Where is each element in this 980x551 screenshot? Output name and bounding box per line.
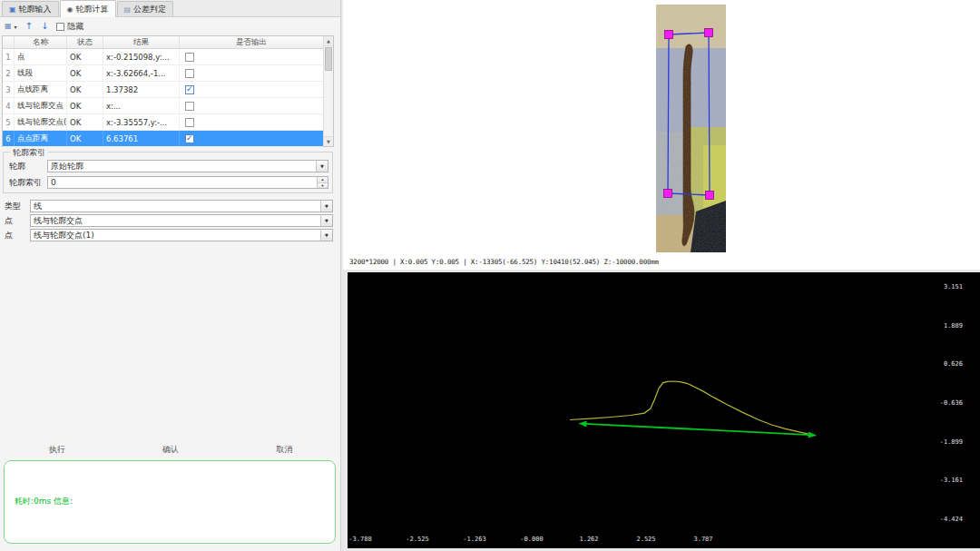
row-number: 2	[3, 65, 15, 81]
row-status: OK	[67, 82, 103, 97]
point1-select-value: 线与轮廓交点	[34, 215, 83, 227]
tab-contour-input[interactable]: ▣ 轮廓输入	[2, 1, 59, 16]
row-name: 线段	[15, 65, 67, 81]
row-result: x:...	[103, 98, 180, 113]
header-index	[3, 36, 15, 48]
contour-select[interactable]: 原始轮廓 ▼	[47, 160, 328, 172]
row-status: OK	[67, 131, 103, 146]
tab-bar: ▣ 轮廓输入 ◉ 轮廓计算 ▤ 公差判定	[0, 0, 340, 17]
contour-index-label: 轮廓索引	[9, 177, 47, 189]
tab-label: 轮廓计算	[76, 4, 109, 15]
row-number: 5	[3, 114, 15, 130]
point1-select[interactable]: 线与轮廓交点 ▼	[30, 214, 333, 227]
row-status: OK	[67, 98, 103, 113]
point2-select[interactable]: 线与轮廓交点(1) ▼	[30, 229, 333, 241]
hide-checkbox[interactable]	[56, 23, 64, 31]
spinner-buttons: ▴ ▾	[317, 177, 328, 188]
scroll-up-icon[interactable]: ▲	[324, 36, 333, 46]
tab-label: 轮廓输入	[19, 4, 52, 15]
contour-select-value: 原始轮廓	[51, 161, 83, 172]
row-result: x:-0.215098,y:...	[103, 49, 180, 64]
tab-tolerance[interactable]: ▤ 公差判定	[117, 1, 174, 16]
menu-caret-icon[interactable]: ▾	[15, 24, 17, 30]
row-name: 点线距离	[15, 82, 67, 97]
confirm-button[interactable]: 确认	[113, 444, 227, 456]
y-tick-label: -4.424	[940, 516, 963, 523]
table-row[interactable]: 5 线与轮廓交点(1) OK x:-3.35557,y:-...	[3, 114, 323, 131]
chevron-down-icon[interactable]: ▼	[316, 161, 328, 172]
contour-index-row: 轮廓索引 0 ▴ ▾	[9, 176, 328, 189]
table-scrollbar[interactable]: ▲ ▼	[323, 36, 333, 146]
tab-contour-calc[interactable]: ◉ 轮廓计算	[60, 0, 116, 17]
chevron-down-icon[interactable]: ▼	[320, 230, 332, 241]
row-output-cell	[180, 98, 323, 113]
row-result: x:-3.62664,-1...	[103, 65, 180, 81]
table-row[interactable]: 2 线段 OK x:-3.62664,-1...	[3, 65, 323, 82]
x-tick-label: 1.262	[579, 536, 598, 543]
output-checkbox[interactable]	[185, 134, 194, 143]
table-row[interactable]: 3 点线距离 OK 1.37382	[3, 82, 323, 98]
output-checkbox[interactable]	[185, 118, 194, 127]
tolerance-tab-icon: ▤	[124, 5, 132, 14]
scroll-thumb[interactable]	[325, 47, 332, 71]
row-name: 线与轮廓交点	[15, 98, 67, 113]
point2-select-value: 线与轮廓交点(1)	[34, 230, 94, 241]
contour-index-value: 0	[51, 178, 56, 187]
contour-input-tab-icon: ▣	[9, 5, 16, 14]
row-status: OK	[67, 49, 103, 64]
selection-handle[interactable]	[664, 190, 672, 198]
row-status: OK	[67, 114, 103, 130]
scroll-down-icon[interactable]: ▼	[324, 136, 333, 146]
output-checkbox[interactable]	[185, 102, 194, 111]
header-result[interactable]: 结果	[103, 36, 180, 48]
row-output-cell	[180, 82, 323, 97]
chart-background	[348, 272, 980, 548]
table-header-row: 名称 状态 结果 是否输出	[3, 36, 323, 49]
row-result: 6.63761	[103, 131, 180, 146]
profile-chart[interactable]: -3.788-2.525-1.263-0.0001.2622.5253.7873…	[348, 272, 980, 548]
list-menu-icon[interactable]: ▦	[5, 22, 12, 31]
scan-image-viewport[interactable]	[656, 5, 726, 252]
output-checkbox[interactable]	[185, 53, 194, 62]
type-select[interactable]: 线 ▼	[30, 200, 333, 212]
table-row[interactable]: 1 点 OK x:-0.215098,y:...	[3, 49, 323, 65]
output-checkbox[interactable]	[185, 69, 194, 78]
chevron-down-icon[interactable]: ▼	[320, 215, 332, 226]
row-number: 6	[3, 131, 15, 146]
move-up-icon[interactable]: ↑	[25, 22, 33, 31]
x-tick-label: -2.525	[406, 536, 428, 543]
selection-handle[interactable]	[706, 192, 714, 200]
contour-index-input[interactable]: 0 ▴ ▾	[47, 176, 328, 189]
table-row[interactable]: 6 点点距离 OK 6.63761	[3, 131, 323, 147]
move-down-icon[interactable]: ↓	[41, 22, 48, 31]
output-checkbox[interactable]	[185, 85, 194, 94]
y-tick-label: 0.626	[944, 360, 963, 368]
spin-down-icon[interactable]: ▾	[318, 183, 328, 189]
image-status-bar: 3200*12000 | X:0.005 Y:0.005 | X:-13305(…	[349, 258, 659, 266]
profile-chart-panel: -3.788-2.525-1.263-0.0001.2622.5253.7873…	[348, 272, 980, 548]
header-output[interactable]: 是否输出	[180, 36, 323, 48]
execute-button[interactable]: 执行	[0, 444, 113, 456]
contour-index-group: 轮廓索引 轮廓 原始轮廓 ▼ 轮廓索引 0 ▴ ▾	[3, 152, 333, 193]
cancel-button[interactable]: 取消	[228, 444, 341, 456]
tab-label: 公差判定	[133, 4, 166, 15]
selection-handle[interactable]	[705, 29, 713, 37]
point2-label: 点	[5, 230, 30, 241]
row-number: 1	[3, 49, 15, 64]
header-name[interactable]: 名称	[15, 36, 67, 48]
header-status[interactable]: 状态	[67, 36, 103, 48]
scan-texture	[656, 5, 726, 252]
y-tick-label: -1.899	[940, 438, 963, 446]
hide-checkbox-label: 隐藏	[67, 21, 83, 33]
y-tick-label: 1.889	[944, 322, 963, 330]
selection-handle[interactable]	[665, 31, 673, 39]
chevron-down-icon[interactable]: ▼	[320, 201, 332, 212]
x-tick-label: -0.000	[520, 536, 543, 543]
type-select-value: 线	[34, 201, 42, 212]
row-name: 线与轮廓交点(1)	[15, 114, 67, 130]
scan-image-panel[interactable]: 3200*12000 | X:0.005 Y:0.005 | X:-13305(…	[343, 0, 980, 270]
x-tick-label: -1.263	[463, 536, 485, 543]
message-box: 耗时:0ms 信息:	[4, 460, 336, 544]
table-row[interactable]: 4 线与轮廓交点 OK x:...	[3, 98, 323, 114]
point2-row: 点 线与轮廓交点(1) ▼	[5, 229, 333, 241]
